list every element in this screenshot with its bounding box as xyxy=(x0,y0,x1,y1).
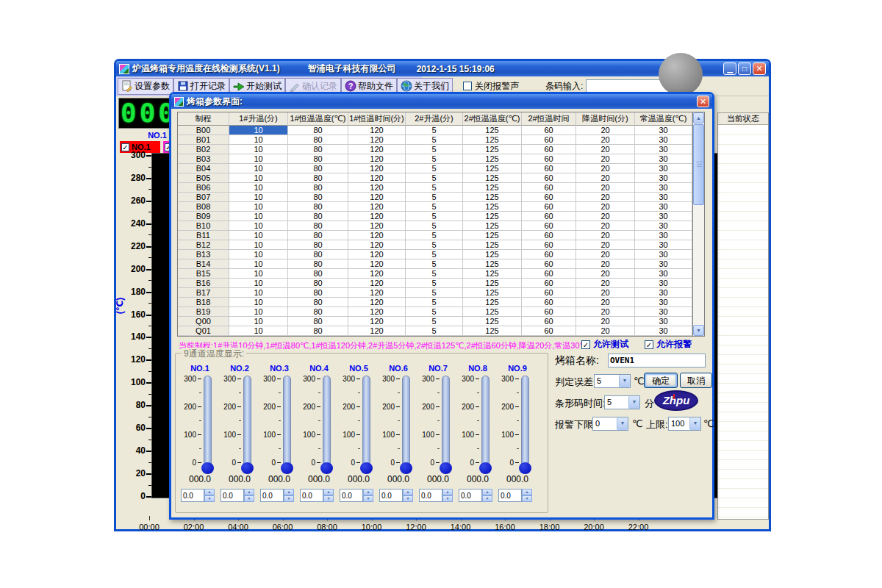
table-cell[interactable]: 80 xyxy=(288,298,348,307)
spinner-up-icon[interactable]: ▲ xyxy=(522,489,532,495)
table-cell[interactable]: 20 xyxy=(576,212,635,221)
table-cell[interactable]: 30 xyxy=(635,154,692,164)
table-cell[interactable]: 20 xyxy=(576,202,635,212)
table-cell[interactable]: 20 xyxy=(576,250,635,259)
table-scrollbar[interactable]: ▲ ▼ xyxy=(692,112,704,336)
table-cell[interactable]: 125 xyxy=(463,326,522,336)
channel-setpoint-input[interactable] xyxy=(459,489,482,502)
table-cell[interactable]: 5 xyxy=(406,221,463,231)
table-cell[interactable]: 120 xyxy=(348,126,406,135)
channel-setpoint-input[interactable] xyxy=(498,489,522,502)
spinner-up-icon[interactable]: ▲ xyxy=(244,489,254,495)
table-cell[interactable]: 120 xyxy=(348,202,406,212)
table-cell[interactable]: 120 xyxy=(348,307,406,317)
table-cell[interactable]: 10 xyxy=(229,279,288,288)
table-cell[interactable]: 30 xyxy=(635,240,692,250)
channel-setpoint-input[interactable] xyxy=(220,489,244,502)
spinner-down-icon[interactable]: ▼ xyxy=(284,495,294,502)
table-cell[interactable]: 125 xyxy=(463,193,522,202)
tolerance-dropdown-icon[interactable]: ▼ xyxy=(619,375,630,387)
spinner-up-icon[interactable]: ▲ xyxy=(284,489,294,495)
alarm-high-select[interactable]: 100 ▼ xyxy=(668,417,701,431)
table-row-label[interactable]: B10 xyxy=(178,221,229,231)
table-cell[interactable]: 5 xyxy=(406,298,463,307)
table-cell[interactable]: 125 xyxy=(463,269,522,279)
table-cell[interactable]: 30 xyxy=(635,298,692,307)
alarm-low-dropdown-icon[interactable]: ▼ xyxy=(617,417,628,430)
table-cell[interactable]: 20 xyxy=(576,279,635,288)
table-cell[interactable]: 60 xyxy=(522,221,576,231)
spinner-down-icon[interactable]: ▼ xyxy=(244,495,254,502)
table-row-label[interactable]: B04 xyxy=(178,164,229,173)
table-cell[interactable]: 60 xyxy=(522,126,576,135)
table-cell[interactable]: 80 xyxy=(288,126,348,135)
table-cell[interactable]: 120 xyxy=(348,173,406,183)
table-cell[interactable]: 5 xyxy=(406,135,463,145)
table-cell[interactable]: 80 xyxy=(288,250,348,259)
table-cell[interactable]: 120 xyxy=(348,212,406,221)
table-cell[interactable]: 10 xyxy=(229,183,288,193)
spinner-up-icon[interactable]: ▲ xyxy=(204,489,215,495)
barcode-time-dropdown-icon[interactable]: ▼ xyxy=(628,396,639,409)
table-cell[interactable]: 30 xyxy=(635,202,692,212)
table-cell[interactable]: 20 xyxy=(576,317,635,326)
table-cell[interactable]: 120 xyxy=(348,298,406,307)
table-cell[interactable]: 125 xyxy=(463,183,522,193)
table-cell[interactable]: 30 xyxy=(635,173,692,183)
table-cell[interactable]: 80 xyxy=(288,145,348,154)
table-cell[interactable]: 10 xyxy=(229,164,288,173)
table-cell[interactable]: 10 xyxy=(229,193,288,202)
table-cell[interactable]: 60 xyxy=(522,298,576,307)
table-cell[interactable]: 60 xyxy=(522,135,576,145)
table-cell[interactable]: 5 xyxy=(406,212,463,221)
table-cell[interactable]: 80 xyxy=(288,326,348,336)
table-cell[interactable]: 10 xyxy=(229,269,288,279)
allow-test-checkbox-box[interactable]: ✓ xyxy=(581,340,590,349)
table-row-label[interactable]: B17 xyxy=(178,288,229,298)
table-cell[interactable]: 80 xyxy=(288,279,348,288)
table-cell[interactable]: 80 xyxy=(288,135,348,145)
alarm-low-select[interactable]: 0 ▼ xyxy=(592,417,628,431)
table-cell[interactable]: 120 xyxy=(348,154,406,164)
table-cell[interactable]: 125 xyxy=(463,221,522,231)
table-row-label[interactable]: B07 xyxy=(178,193,229,202)
table-cell[interactable]: 10 xyxy=(229,288,288,298)
table-cell[interactable]: 30 xyxy=(635,126,692,135)
table-cell[interactable]: 120 xyxy=(348,250,406,259)
table-cell[interactable]: 80 xyxy=(288,212,348,221)
table-cell[interactable]: 5 xyxy=(406,145,463,154)
table-row-label[interactable]: B13 xyxy=(178,250,229,259)
table-cell[interactable]: 125 xyxy=(463,164,522,173)
table-cell[interactable]: 60 xyxy=(522,193,576,202)
close-button[interactable]: ✕ xyxy=(753,62,766,75)
allow-test-checkbox[interactable]: ✓ 允许测试 xyxy=(581,338,628,351)
table-cell[interactable]: 30 xyxy=(635,193,692,202)
barcode-time-select[interactable]: 5 ▼ xyxy=(604,395,640,409)
scrollbar-up-button[interactable]: ▲ xyxy=(693,112,704,123)
table-cell[interactable]: 80 xyxy=(288,307,348,317)
status-list[interactable]: 当前状态 xyxy=(717,112,769,520)
table-cell[interactable]: 30 xyxy=(635,164,692,173)
table-cell[interactable]: 80 xyxy=(288,164,348,173)
table-cell[interactable]: 30 xyxy=(635,212,692,221)
table-cell[interactable]: 120 xyxy=(348,259,406,269)
mute-alarm-checkbox-box[interactable] xyxy=(463,82,472,90)
table-cell[interactable]: 5 xyxy=(406,173,463,183)
table-cell[interactable]: 5 xyxy=(406,259,463,269)
table-row-label[interactable]: Q01 xyxy=(178,326,229,336)
table-cell[interactable]: 80 xyxy=(288,221,348,231)
table-cell[interactable]: 20 xyxy=(576,154,635,164)
table-cell[interactable]: 80 xyxy=(288,193,348,202)
table-cell[interactable]: 30 xyxy=(635,221,692,231)
table-cell[interactable]: 80 xyxy=(288,154,348,164)
table-cell[interactable]: 5 xyxy=(406,126,463,135)
table-cell[interactable]: 120 xyxy=(348,135,406,145)
table-row-label[interactable]: B14 xyxy=(178,259,229,269)
spinner-up-icon[interactable]: ▲ xyxy=(482,489,492,495)
table-cell[interactable]: 60 xyxy=(522,154,576,164)
table-cell[interactable]: 5 xyxy=(406,317,463,326)
table-row-label[interactable]: B12 xyxy=(178,240,229,250)
table-cell[interactable]: 5 xyxy=(406,202,463,212)
table-cell[interactable]: 60 xyxy=(522,212,576,221)
table-cell[interactable]: 80 xyxy=(288,269,348,279)
